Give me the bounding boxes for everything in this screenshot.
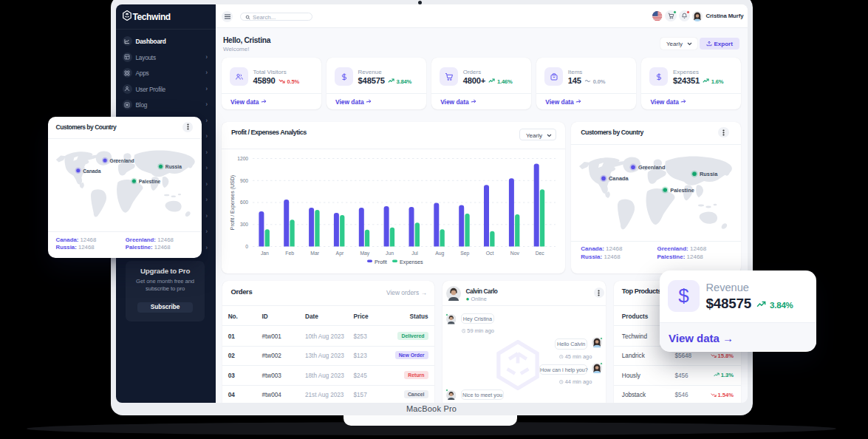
svg-text:Greenland: Greenland [638,164,666,171]
svg-text:900: 900 [240,178,248,183]
svg-text:Palestine: Palestine [139,179,161,184]
svg-text:Jan: Jan [261,250,269,255]
svg-text:Canada: Canada [609,175,629,182]
svg-text:Feb: Feb [285,250,294,255]
svg-text:Expenses: Expenses [400,259,423,265]
svg-text:Palestine: Palestine [670,187,694,194]
svg-text:0: 0 [245,244,248,249]
svg-text:600: 600 [240,200,248,205]
svg-text:Greenland: Greenland [110,158,134,163]
svg-text:Nov: Nov [510,250,520,255]
svg-text:Oct: Oct [486,250,494,255]
svg-text:Sep: Sep [460,250,469,256]
svg-text:Russia: Russia [165,164,182,169]
svg-text:Dec: Dec [536,250,545,255]
svg-text:Aug: Aug [435,250,444,256]
svg-text:Jul: Jul [411,250,418,255]
svg-text:Mar: Mar [310,250,319,255]
svg-text:Russia: Russia [700,171,718,177]
svg-text:1200: 1200 [237,156,248,161]
svg-text:Profit / Expenses (USD): Profit / Expenses (USD) [230,175,236,230]
svg-text:Profit: Profit [375,259,387,265]
svg-text:Apr: Apr [336,250,344,256]
svg-text:Canada: Canada [83,169,101,174]
svg-text:May: May [360,250,369,256]
svg-text:300: 300 [240,222,248,227]
svg-text:Jun: Jun [386,250,394,255]
